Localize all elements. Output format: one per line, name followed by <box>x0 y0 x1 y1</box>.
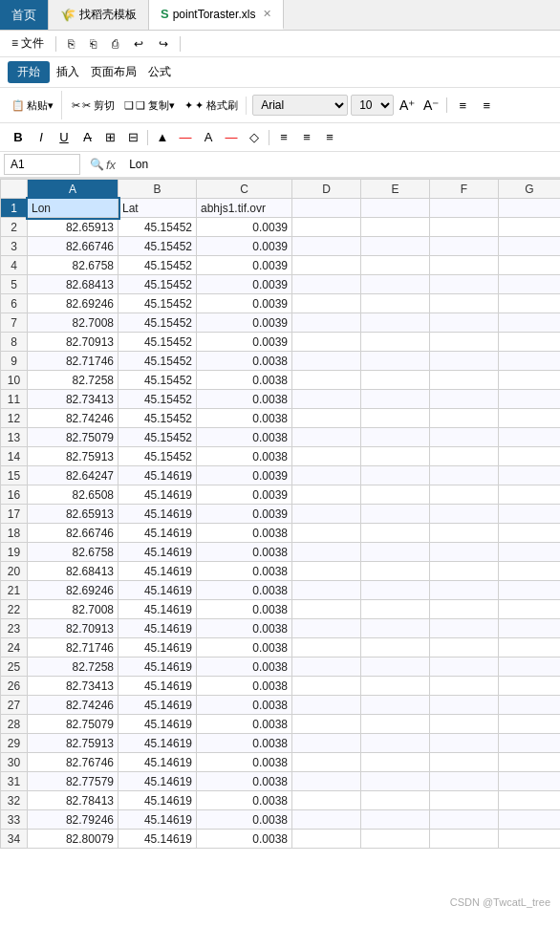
cell-B33[interactable]: 45.14619 <box>118 810 197 830</box>
cut-button[interactable]: ✂ ✂ 剪切 <box>68 97 118 115</box>
cell-C30[interactable]: 0.0038 <box>197 753 292 772</box>
cell-C32[interactable]: 0.0038 <box>197 791 292 810</box>
close-tab-icon[interactable]: ✕ <box>263 8 271 20</box>
cell-E23[interactable] <box>361 619 430 638</box>
tab-formula[interactable]: 公式 <box>143 62 176 82</box>
cell-E34[interactable] <box>361 830 430 849</box>
row-header[interactable]: 18 <box>1 524 28 543</box>
cell-C25[interactable]: 0.0038 <box>197 658 292 677</box>
cell-C15[interactable]: 0.0039 <box>197 466 292 485</box>
cell-G15[interactable] <box>499 466 561 485</box>
cell-D19[interactable] <box>292 543 361 562</box>
cell-F5[interactable] <box>430 275 499 294</box>
cell-E8[interactable] <box>361 333 430 352</box>
align-left-icon[interactable]: ≡ <box>452 95 473 116</box>
cell-D18[interactable] <box>292 524 361 543</box>
cell-G4[interactable] <box>499 256 561 275</box>
cell-D20[interactable] <box>292 562 361 581</box>
cell-F30[interactable] <box>430 753 499 772</box>
tab-layout[interactable]: 页面布局 <box>86 62 141 82</box>
row-header[interactable]: 30 <box>1 753 28 772</box>
row-header[interactable]: 9 <box>1 352 28 371</box>
cell-C20[interactable]: 0.0038 <box>197 562 292 581</box>
bold-button[interactable]: B <box>8 127 29 148</box>
cell-A31[interactable]: 82.77579 <box>28 772 118 791</box>
cell-C31[interactable]: 0.0038 <box>197 772 292 791</box>
row-header[interactable]: 14 <box>1 447 28 466</box>
cell-B27[interactable]: 45.14619 <box>118 696 197 715</box>
cell-A1[interactable]: Lon <box>28 199 118 218</box>
cell-B34[interactable]: 45.14619 <box>118 830 197 849</box>
cell-A16[interactable]: 82.6508 <box>28 485 118 505</box>
cell-G17[interactable] <box>499 505 561 524</box>
cell-F34[interactable] <box>430 830 499 849</box>
cell-F3[interactable] <box>430 237 499 256</box>
row-header[interactable]: 1 <box>1 199 28 218</box>
cell-D6[interactable] <box>292 294 361 313</box>
row-header[interactable]: 28 <box>1 715 28 734</box>
cell-E19[interactable] <box>361 543 430 562</box>
font-size-select[interactable]: 10 <box>351 95 394 116</box>
cell-C19[interactable]: 0.0038 <box>197 543 292 562</box>
cell-F8[interactable] <box>430 333 499 352</box>
align-right2-icon[interactable]: ≡ <box>319 127 340 148</box>
row-header[interactable]: 23 <box>1 619 28 638</box>
cell-E22[interactable] <box>361 600 430 619</box>
cell-A20[interactable]: 82.68413 <box>28 562 118 581</box>
cell-reference-input[interactable]: A1 <box>4 154 80 175</box>
cell-E10[interactable] <box>361 371 430 390</box>
cell-C11[interactable]: 0.0038 <box>197 390 292 409</box>
cell-G2[interactable] <box>499 218 561 237</box>
cell-G18[interactable] <box>499 524 561 543</box>
cell-G21[interactable] <box>499 581 561 600</box>
cell-C18[interactable]: 0.0038 <box>197 524 292 543</box>
cell-C14[interactable]: 0.0038 <box>197 447 292 466</box>
cell-G29[interactable] <box>499 734 561 753</box>
cell-F23[interactable] <box>430 619 499 638</box>
cell-C2[interactable]: 0.0039 <box>197 218 292 237</box>
cell-B3[interactable]: 45.15452 <box>118 237 197 256</box>
cell-B26[interactable]: 45.14619 <box>118 677 197 696</box>
cell-C22[interactable]: 0.0038 <box>197 600 292 619</box>
align-left2-icon[interactable]: ≡ <box>273 127 294 148</box>
align-right-icon[interactable]: ≡ <box>476 95 497 116</box>
cell-A14[interactable]: 82.75913 <box>28 447 118 466</box>
row-header[interactable]: 2 <box>1 218 28 237</box>
cell-G20[interactable] <box>499 562 561 581</box>
cell-G13[interactable] <box>499 428 561 447</box>
cell-A7[interactable]: 82.7008 <box>28 313 118 333</box>
redo-btn[interactable]: ↪ <box>153 35 174 53</box>
cell-E30[interactable] <box>361 753 430 772</box>
cell-F26[interactable] <box>430 677 499 696</box>
cell-E2[interactable] <box>361 218 430 237</box>
copy-button[interactable]: ❑ ❑ 复制▾ <box>120 97 179 115</box>
cell-G1[interactable] <box>499 199 561 218</box>
cell-E12[interactable] <box>361 409 430 428</box>
row-header[interactable]: 21 <box>1 581 28 600</box>
cell-D1[interactable] <box>292 199 361 218</box>
cell-B13[interactable]: 45.15452 <box>118 428 197 447</box>
cell-D21[interactable] <box>292 581 361 600</box>
increase-font-icon[interactable]: A⁺ <box>397 95 418 116</box>
tab-home[interactable]: 首页 <box>0 0 49 30</box>
cell-A23[interactable]: 82.70913 <box>28 619 118 638</box>
row-header[interactable]: 26 <box>1 677 28 696</box>
cell-F19[interactable] <box>430 543 499 562</box>
cell-A6[interactable]: 82.69246 <box>28 294 118 313</box>
underline-fill-icon[interactable]: — <box>175 127 196 148</box>
cell-A5[interactable]: 82.68413 <box>28 275 118 294</box>
cell-C9[interactable]: 0.0038 <box>197 352 292 371</box>
row-header[interactable]: 20 <box>1 562 28 581</box>
cell-F13[interactable] <box>430 428 499 447</box>
row-header[interactable]: 24 <box>1 638 28 658</box>
cell-E1[interactable] <box>361 199 430 218</box>
cell-C16[interactable]: 0.0039 <box>197 485 292 505</box>
cell-E4[interactable] <box>361 256 430 275</box>
cell-D4[interactable] <box>292 256 361 275</box>
cell-C27[interactable]: 0.0038 <box>197 696 292 715</box>
cell-A30[interactable]: 82.76746 <box>28 753 118 772</box>
cell-B19[interactable]: 45.14619 <box>118 543 197 562</box>
cell-A12[interactable]: 82.74246 <box>28 409 118 428</box>
cell-G3[interactable] <box>499 237 561 256</box>
col-header-F[interactable]: F <box>430 180 499 199</box>
